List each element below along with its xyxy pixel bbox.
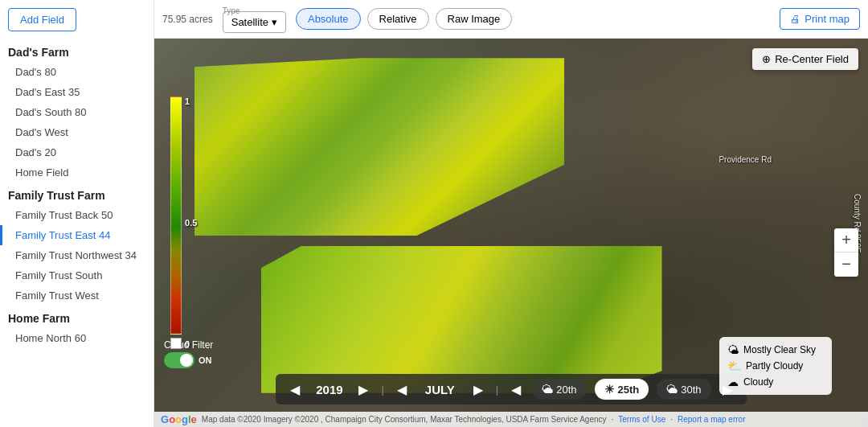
legend-max-label: 1 (185, 96, 190, 106)
weather-item-2: ☁ Cloudy (727, 374, 824, 390)
google-logo: Google (161, 413, 197, 425)
terms-of-use-link[interactable]: Terms of Use (618, 415, 665, 424)
timeline-controls: ◀ 2019 ▶ | ◀ JULY ▶ | ◀ 🌥 20th ☀ (276, 374, 746, 404)
type-label: Type (223, 6, 240, 15)
ndvi-legend: 1 0.5 0 (170, 96, 186, 349)
recenter-label: Re-Center Field (775, 53, 849, 65)
farm-field-0-3[interactable]: Dad's West (0, 122, 154, 142)
year-display: 2019 (311, 383, 347, 396)
field-upper-ndvi (194, 58, 564, 236)
farm-header-0: Dad's Farm (0, 39, 154, 62)
weather-item-0: 🌤 Mostly Clear Sky (727, 342, 824, 358)
weather-item-1: ⛅ Partly Cloudy (727, 358, 824, 374)
toggle-track[interactable] (164, 352, 194, 368)
date-25-button[interactable]: ☀ 25th (595, 379, 649, 400)
sidebar: Add Field Dad's FarmDad's 80Dad's East 3… (0, 0, 154, 427)
farm-header-1: Family Trust Farm (0, 183, 154, 205)
recenter-icon: ⊕ (762, 53, 771, 65)
satellite-label: Satellite (231, 16, 268, 28)
date-20-button[interactable]: 🌥 20th (532, 379, 586, 400)
relative-view-button[interactable]: Relative (367, 8, 429, 30)
separator: · (612, 415, 614, 424)
weather-icon-0: 🌤 (727, 343, 739, 356)
farm-field-1-1[interactable]: Family Trust East 44 (0, 225, 154, 245)
farm-field-1-2[interactable]: Family Trust Northwest 34 (0, 245, 154, 265)
raw-image-view-button[interactable]: Raw Image (436, 8, 513, 30)
prev-year-button[interactable]: ◀ (287, 382, 303, 397)
farm-field-0-5[interactable]: Home Field (0, 162, 154, 183)
date-20-icon: 🌥 (542, 383, 553, 396)
farm-field-1-0[interactable]: Family Trust Back 50 (0, 205, 154, 225)
weather-panel: 🌤 Mostly Clear Sky ⛅ Partly Cloudy ☁ Clo… (719, 337, 832, 395)
date-30-label: 30th (681, 384, 701, 396)
main-content: 75.95 acres Type Satellite ▾ Absolute Re… (154, 0, 868, 427)
farm-field-0-0[interactable]: Dad's 80 (0, 62, 154, 82)
farm-field-0-4[interactable]: Dad's 20 (0, 142, 154, 162)
map-container[interactable]: 1 0.5 0 County Rd 850E Providence Rd ⊕ R… (154, 39, 868, 427)
add-field-button[interactable]: Add Field (8, 8, 76, 31)
acres-text: 75.95 acres (162, 14, 213, 25)
report-map-error-link[interactable]: Report a map error (678, 415, 745, 424)
separator2: · (670, 415, 673, 424)
date-25-label: 25th (618, 384, 640, 396)
topbar: 75.95 acres Type Satellite ▾ Absolute Re… (154, 0, 868, 39)
farm-field-0-2[interactable]: Dad's South 80 (0, 102, 154, 122)
legend-color-bar (170, 96, 182, 335)
farm-header-2: Home Farm (0, 306, 154, 328)
toggle-knob (180, 354, 193, 367)
date-30-icon: 🌥 (666, 383, 678, 396)
farm-field-0-1[interactable]: Dad's East 35 (0, 82, 154, 102)
weather-label-0: Mostly Clear Sky (743, 344, 816, 355)
cloud-filter: Cloud Filter ON (164, 339, 213, 371)
printer-icon: 🖨 (790, 13, 800, 25)
map-footer: Google Map data ©2020 Imagery ©2020 , Ch… (154, 412, 868, 427)
toggle-on-label: ON (199, 355, 212, 365)
absolute-view-button[interactable]: Absolute (296, 8, 361, 30)
next-month-button[interactable]: ▶ (470, 382, 486, 397)
zoom-controls: + − (834, 228, 858, 277)
cloud-filter-toggle[interactable]: ON (164, 352, 212, 368)
field-lower-ndvi (261, 246, 662, 393)
map-background: 1 0.5 0 County Rd 850E Providence Rd ⊕ R… (154, 39, 868, 427)
zoom-out-button[interactable]: − (834, 253, 858, 277)
type-wrapper: Type Satellite ▾ (223, 5, 286, 33)
weather-label-2: Cloudy (743, 376, 773, 388)
cloud-filter-label: Cloud Filter (164, 339, 213, 351)
date-25-icon: ☀ (604, 383, 615, 396)
zoom-in-button[interactable]: + (834, 228, 858, 253)
print-label: Print map (805, 13, 850, 25)
next-year-button[interactable]: ▶ (355, 382, 371, 397)
month-display: JULY (418, 383, 462, 396)
recenter-field-button[interactable]: ⊕ Re-Center Field (752, 48, 858, 70)
field-overlay (169, 58, 682, 400)
weather-icon-1: ⛅ (727, 359, 741, 372)
date-30-button[interactable]: 🌥 30th (657, 379, 710, 400)
legend-mid-label: 0.5 (185, 218, 197, 228)
farm-field-2-0[interactable]: Home North 60 (0, 328, 154, 348)
print-map-button[interactable]: 🖨 Print map (780, 8, 860, 30)
sidebar-farms: Dad's FarmDad's 80Dad's East 35Dad's Sou… (0, 39, 154, 348)
weather-label-1: Partly Cloudy (746, 360, 803, 372)
date-20-label: 20th (556, 384, 576, 396)
weather-icon-2: ☁ (727, 376, 739, 388)
farm-field-1-3[interactable]: Family Trust South (0, 265, 154, 285)
prev-month-button[interactable]: ◀ (394, 382, 410, 397)
road-label-providence: Providence Rd (719, 155, 772, 164)
dropdown-arrow-icon: ▾ (272, 16, 277, 28)
map-attribution: Map data ©2020 Imagery ©2020 , Champaign… (202, 415, 607, 424)
prev-dates-button[interactable]: ◀ (508, 382, 524, 397)
farm-field-1-4[interactable]: Family Trust West (0, 285, 154, 306)
